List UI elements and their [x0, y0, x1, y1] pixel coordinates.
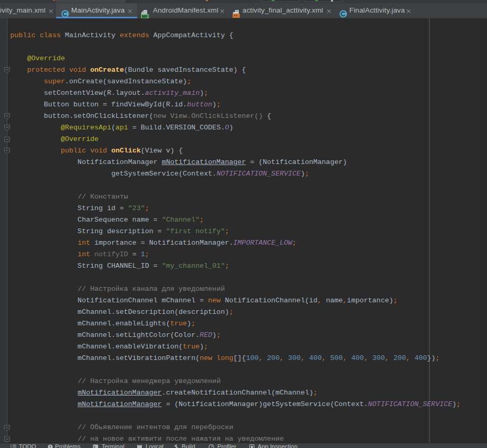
svg-text:MF: MF	[142, 14, 148, 18]
